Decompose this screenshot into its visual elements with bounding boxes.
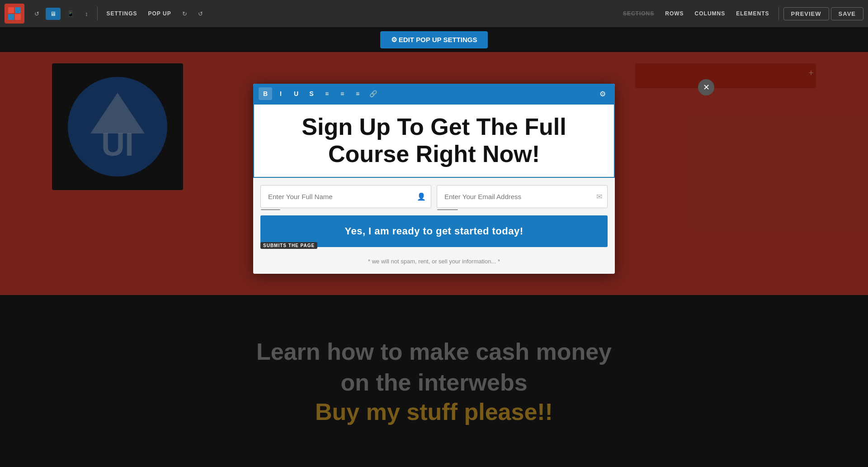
- redo-icon: ↻: [182, 10, 187, 17]
- preview-button[interactable]: PREVIEW: [783, 7, 829, 20]
- desktop-view-button[interactable]: 🖥: [46, 8, 61, 20]
- modal-close-button[interactable]: ✕: [698, 79, 714, 95]
- edit-popup-bar: ⚙ EDIT POP UP SETTINGS: [0, 27, 868, 52]
- mobile-icon: 📱: [67, 10, 74, 17]
- toolbar-divider: [97, 7, 98, 20]
- main-toolbar: ↺ 🖥 📱 ↕ SETTINGS POP UP ↻ ↺ SECTIONS ROW…: [0, 0, 868, 27]
- mobile-view-button[interactable]: 📱: [62, 8, 79, 20]
- save-button[interactable]: SAVE: [831, 7, 863, 20]
- modal-dialog: B I U S ≡ ≡ ≡ 🔗 ⚙ Sign Up To Get The Ful…: [253, 84, 615, 274]
- italic-button[interactable]: I: [274, 87, 288, 100]
- rows-button[interactable]: ROWS: [660, 8, 688, 19]
- submits-tag: SUBMITS THE PAGE: [260, 242, 317, 249]
- elements-button[interactable]: ELEMENTS: [731, 8, 774, 19]
- toolbar-divider-2: [778, 7, 779, 20]
- editor-toolbar: B I U S ≡ ≡ ≡ 🔗 ⚙: [253, 84, 615, 104]
- email-input[interactable]: [437, 185, 608, 208]
- inputs-row: 👤 NAME ✉ EMAIL: [260, 185, 608, 208]
- popup-button[interactable]: POP UP: [144, 8, 176, 19]
- editor-gear-button[interactable]: ⚙: [596, 87, 609, 100]
- align-right-button[interactable]: ≡: [351, 87, 364, 100]
- undo-icon: ↺: [34, 10, 39, 17]
- bold-button[interactable]: B: [259, 87, 272, 100]
- email-icon: ✉: [596, 192, 602, 201]
- undo-button[interactable]: ↺: [30, 8, 44, 20]
- settings-button[interactable]: SETTINGS: [102, 8, 142, 19]
- sections-button[interactable]: SECTIONS: [618, 8, 659, 19]
- name-input-wrapper: 👤 NAME: [260, 185, 431, 208]
- align-left-button[interactable]: ≡: [320, 87, 334, 100]
- desktop-icon: 🖥: [50, 10, 56, 17]
- modal-form-area: 👤 NAME ✉ EMAIL: [253, 178, 615, 208]
- submit-area: Yes, I am ready to get started today! SU…: [253, 210, 615, 247]
- modal-heading[interactable]: Sign Up To Get The Full Course Right Now…: [261, 114, 607, 168]
- pointer-button[interactable]: ↕: [80, 8, 93, 20]
- align-center-button[interactable]: ≡: [335, 87, 349, 100]
- strikethrough-button[interactable]: S: [305, 87, 318, 100]
- person-icon: 👤: [417, 192, 426, 201]
- underline-button[interactable]: U: [289, 87, 303, 100]
- pointer-icon: ↕: [85, 10, 88, 17]
- columns-button[interactable]: COLUMNS: [690, 8, 730, 19]
- redo-button[interactable]: ↻: [178, 8, 192, 20]
- link-button[interactable]: 🔗: [366, 87, 380, 100]
- modal-disclaimer: * we will not spam, rent, or sell your i…: [253, 247, 615, 274]
- heading-area: Sign Up To Get The Full Course Right Now…: [253, 104, 615, 178]
- name-input[interactable]: [260, 185, 431, 208]
- refresh-button[interactable]: ↺: [193, 8, 208, 20]
- edit-popup-settings-button[interactable]: ⚙ EDIT POP UP SETTINGS: [380, 31, 488, 48]
- toolbar-right: SECTIONS ROWS COLUMNS ELEMENTS PREVIEW S…: [618, 7, 863, 20]
- refresh-icon: ↺: [198, 10, 203, 17]
- page-area: UI + Learn how to make cash money on the…: [0, 52, 868, 467]
- email-input-wrapper: ✉ EMAIL: [437, 185, 608, 208]
- modal-overlay: ✕ B I U S ≡ ≡ ≡ 🔗 ⚙ Sign Up To Get Th: [0, 52, 868, 467]
- logo: [5, 4, 24, 24]
- bg-content: UI + Learn how to make cash money on the…: [0, 52, 868, 467]
